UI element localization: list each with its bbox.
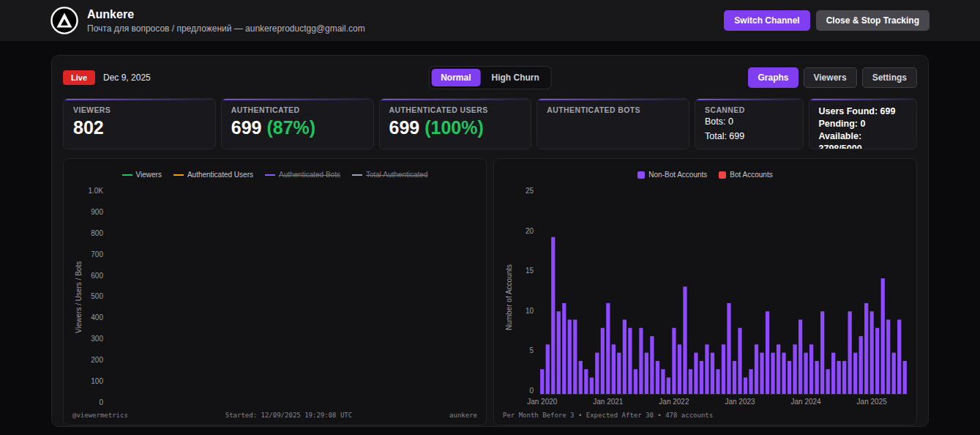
account-bar — [848, 311, 852, 394]
header-buttons: Switch Channel Close & Stop Tracking — [724, 10, 929, 31]
scanned-bots-line: Bots: 0 — [705, 116, 793, 129]
account-bar — [650, 336, 654, 394]
account-bar — [601, 328, 605, 394]
stat-label: SCANNED — [705, 105, 793, 114]
charts-row: ViewersAuthenticated UsersAuthenticated … — [63, 158, 917, 425]
stat-value: 699(87%) — [231, 117, 364, 138]
account-bar — [623, 319, 626, 394]
tab-graphs[interactable]: Graphs — [748, 67, 798, 88]
account-bar — [656, 361, 659, 394]
stat-label: VIEWERS — [73, 105, 206, 114]
account-bar — [738, 328, 741, 394]
account-bar — [903, 361, 907, 394]
legend-swatch — [719, 171, 726, 179]
account-bar — [859, 336, 863, 394]
x-tick-label: Jan 2021 — [593, 398, 623, 406]
x-tick-label: Jan 2020 — [527, 398, 557, 406]
account-bar — [689, 369, 692, 394]
accounts-chart-panel: Non-Bot AccountsBot Accounts Number of A… — [493, 158, 917, 425]
legend-swatch — [637, 171, 645, 179]
legend-item-bot-accounts[interactable]: Bot Accounts — [719, 171, 772, 179]
account-bar — [782, 353, 785, 394]
account-bar — [557, 311, 561, 394]
y-axis-label: Number of Accounts — [503, 187, 515, 406]
stat-value-pct: (87%) — [266, 117, 315, 138]
account-bar — [711, 353, 714, 394]
account-bar — [892, 353, 896, 394]
tab-settings[interactable]: Settings — [862, 67, 917, 88]
stat-card-authenticated: AUTHENTICATED 699(87%) — [221, 98, 374, 149]
legend-label: Non-Bot Accounts — [648, 171, 707, 179]
account-bar — [793, 344, 796, 394]
users-found-line: Users Found: 699 — [819, 105, 908, 118]
account-bar — [628, 328, 632, 394]
normal-mode-button[interactable]: Normal — [431, 69, 480, 86]
legend-item-viewers[interactable]: Viewers — [122, 171, 162, 179]
footer-started: Started: 12/09/2025 19:29:08 UTC — [225, 412, 352, 419]
legend-swatch — [122, 174, 132, 176]
account-bar — [645, 353, 648, 394]
account-bar — [842, 361, 846, 394]
account-bar — [579, 361, 583, 394]
account-bar — [562, 303, 566, 394]
x-tick-label: Jan 2022 — [659, 398, 689, 406]
account-bar — [727, 303, 730, 394]
account-bar — [864, 303, 868, 394]
y-tick-label: 5 — [515, 347, 534, 354]
account-bar — [749, 369, 752, 394]
close-stop-tracking-button[interactable]: Close & Stop Tracking — [816, 10, 929, 31]
accounts-chart-footer: Per Month Before 3 • Expected After 30 •… — [503, 406, 908, 419]
tab-viewers[interactable]: Viewers — [804, 67, 857, 88]
account-bar — [551, 237, 555, 394]
legend-label: Authenticated Bots — [279, 171, 340, 179]
account-bar — [798, 319, 802, 394]
account-bar — [875, 328, 879, 394]
legend-item-total-authenticated[interactable]: Total Authenticated — [352, 171, 428, 179]
app-title: Aunkere — [87, 8, 365, 21]
line-chart-plot — [109, 187, 477, 406]
account-bar — [804, 353, 807, 394]
y-tick-label: 300 — [84, 335, 103, 343]
switch-channel-button[interactable]: Switch Channel — [724, 10, 809, 31]
legend-item-authenticated-bots[interactable]: Authenticated Bots — [265, 171, 340, 179]
y-axis-column: 2520151050 — [515, 187, 539, 406]
account-bar — [667, 377, 670, 394]
viewers-chart-footer: @viewermetrics Started: 12/09/2025 19:29… — [72, 406, 477, 419]
y-tick-label: 15 — [515, 267, 534, 275]
account-bar — [777, 344, 780, 394]
account-bar — [837, 361, 841, 394]
y-tick-label: 800 — [84, 230, 103, 237]
legend-swatch — [173, 174, 184, 176]
footer-settings: Per Month Before 3 • Expected After 30 •… — [503, 412, 713, 419]
stat-card-authenticated-users: AUTHENTICATED USERS 699(100%) — [379, 98, 532, 149]
header-bar: Aunkere Почта для вопросов / предложений… — [0, 0, 980, 41]
legend-label: Viewers — [136, 171, 162, 179]
account-bar — [820, 311, 824, 394]
footer-handle: @viewermetrics — [72, 412, 128, 419]
account-bar — [897, 319, 901, 394]
viewers-chart-body: Viewers / Users / Bots 1.0K9008007006005… — [72, 187, 477, 406]
account-bar — [612, 344, 616, 394]
account-bar — [755, 344, 758, 394]
viewers-chart-panel: ViewersAuthenticated UsersAuthenticated … — [63, 158, 487, 425]
account-bar — [705, 344, 708, 394]
y-tick-label: 400 — [84, 314, 103, 321]
pending-line: Pending: 0 — [819, 118, 908, 130]
account-bar — [870, 311, 874, 394]
legend-label: Authenticated Users — [187, 171, 253, 179]
stat-value-number: 699 — [231, 117, 262, 138]
viewers-chart-legend: ViewersAuthenticated UsersAuthenticated … — [72, 166, 477, 187]
legend-label: Bot Accounts — [730, 171, 772, 179]
account-bar — [606, 303, 610, 394]
app-subtitle: Почта для вопросов / предложений — aunke… — [87, 23, 365, 34]
high-churn-mode-button[interactable]: High Churn — [482, 69, 549, 86]
legend-item-authenticated-users[interactable]: Authenticated Users — [173, 171, 253, 179]
account-bar — [733, 361, 736, 394]
legend-item-non-bot-accounts[interactable]: Non-Bot Accounts — [637, 171, 707, 179]
account-bar — [683, 286, 687, 394]
account-bar — [661, 369, 665, 394]
y-axis-label: Viewers / Users / Bots — [72, 187, 84, 406]
y-axis-ticks: 2520151050 — [515, 187, 539, 395]
y-tick-label: 700 — [84, 251, 103, 259]
account-bar — [584, 369, 588, 394]
